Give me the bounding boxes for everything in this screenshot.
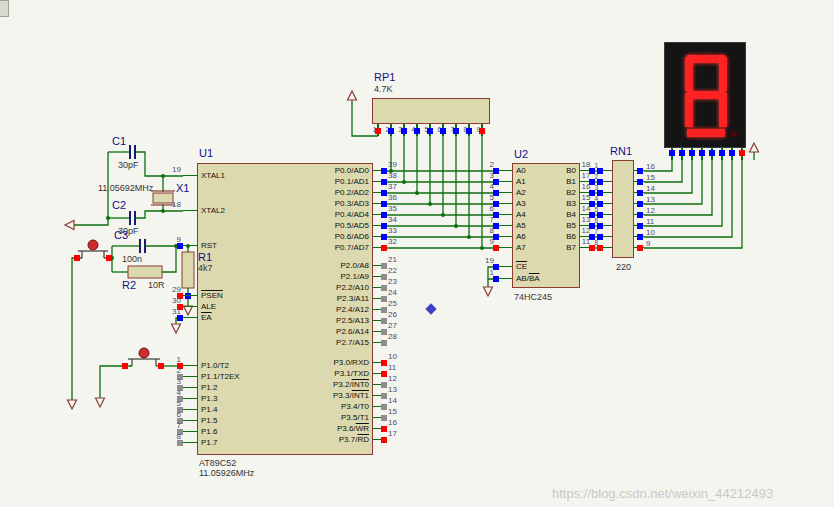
ground-terminal[interactable]: [172, 324, 181, 333]
u1-pin-35-state: [381, 212, 387, 218]
rn1-pin-7-num: 7: [584, 228, 598, 235]
wire[interactable]: [135, 211, 183, 218]
wire[interactable]: [100, 366, 132, 398]
u1-pin-19[interactable]: [183, 175, 197, 176]
u2-pin-8[interactable]: [498, 236, 512, 237]
state-indicator: [106, 255, 112, 261]
u1-pin-6[interactable]: [183, 420, 197, 421]
u1-pin-19-num: 19: [156, 165, 181, 174]
u2-pin-4[interactable]: [498, 192, 512, 193]
rn1-pin-10-state: [637, 234, 643, 240]
screen-edge-artifact: [0, 0, 9, 17]
u1-pin-30[interactable]: [183, 306, 197, 307]
u1-pin-8-label: P1.7: [201, 438, 217, 447]
ground-terminal[interactable]: [68, 400, 77, 409]
push-button-key-cap[interactable]: [139, 348, 149, 358]
ground-terminal[interactable]: [96, 398, 105, 407]
schematic-canvas[interactable]: https://blog.csdn.net/weixin_44212493 U1…: [0, 0, 834, 507]
u1-pin-27-num: 27: [388, 321, 408, 330]
u1-pin-15-num: 15: [388, 407, 408, 416]
u1-pin-5-label: P1.4: [201, 405, 217, 414]
u2-pin-6[interactable]: [498, 214, 512, 215]
u2-pin-9[interactable]: [498, 247, 512, 248]
r2-ref: R2: [122, 280, 136, 291]
x1-ref: X1: [176, 183, 189, 194]
rn1-ref: RN1: [610, 146, 632, 157]
display-segment-dp: [731, 131, 737, 137]
state-indicator: [122, 363, 128, 369]
rn1-pin-13-num: 13: [646, 195, 662, 204]
u1-pin-4[interactable]: [183, 398, 197, 399]
u2-pin-8-num: 8: [468, 226, 494, 235]
rn1-pin-6[interactable]: [602, 225, 612, 226]
u2-pin-13-label: B5: [530, 221, 576, 230]
u1-pin-28-state: [381, 340, 387, 346]
u1-pin-12-num: 12: [388, 374, 408, 383]
u1-pin-1-label: P1.0/T2: [201, 361, 229, 370]
u1-pin-11-state: [381, 371, 387, 377]
junction-dot: [428, 202, 432, 206]
u1-pin-34-label: P0.5/AD5: [250, 221, 369, 230]
u2-ref: U2: [514, 149, 528, 160]
display-pin-5-state: [709, 150, 715, 156]
resistor-r1[interactable]: [182, 252, 194, 288]
u1-pin-18[interactable]: [183, 210, 197, 211]
wire[interactable]: [72, 258, 82, 400]
u1-pin-29[interactable]: [183, 295, 197, 296]
u2-pin-2[interactable]: [498, 170, 512, 171]
rn1-pin-8[interactable]: [602, 247, 612, 248]
ground-terminal[interactable]: [65, 221, 74, 230]
u1-pin-35-num: 35: [388, 204, 408, 213]
rn1-pin-7[interactable]: [602, 236, 612, 237]
u2-pin-1[interactable]: [498, 278, 512, 279]
u1-pin-36-state: [381, 201, 387, 207]
u1-pin-1[interactable]: [183, 365, 197, 366]
u1-pin-8[interactable]: [183, 442, 197, 443]
rn1-pin-1[interactable]: [602, 170, 612, 171]
u1-pin-9[interactable]: [183, 245, 197, 246]
rn1-pin-5[interactable]: [602, 214, 612, 215]
power-terminal[interactable]: [348, 91, 357, 100]
rn1-pin-3[interactable]: [602, 192, 612, 193]
junction-dot: [415, 191, 419, 195]
u1-pin-3[interactable]: [183, 387, 197, 388]
rn1-pin-6-num: 6: [584, 217, 598, 224]
u1-pin-5[interactable]: [183, 409, 197, 410]
display-pin-4-state: [699, 150, 705, 156]
u2-pin-5-label: A3: [516, 199, 526, 208]
rn1-pin-16-num: 16: [646, 162, 662, 171]
u1-pin-7[interactable]: [183, 431, 197, 432]
rn1-pin-13-state: [637, 201, 643, 207]
seven-seg-display[interactable]: [664, 42, 746, 148]
resistor-r2[interactable]: [128, 266, 162, 278]
u2-pin-19[interactable]: [498, 266, 512, 267]
u2-pin-7-num: 7: [468, 215, 494, 224]
power-terminal[interactable]: [750, 143, 759, 152]
u1-pin-21-label: P2.0/A8: [250, 261, 369, 270]
u1-pin-23-num: 23: [388, 277, 408, 286]
u1-pin-34-state: [381, 223, 387, 229]
u1-pin-2[interactable]: [183, 376, 197, 377]
u1-pin-7-label: P1.6: [201, 427, 217, 436]
u2-pin-7[interactable]: [498, 225, 512, 226]
rn1-pin-4[interactable]: [602, 203, 612, 204]
rp1-body[interactable]: [372, 98, 490, 124]
u1-pin-36-label: P0.3/AD3: [250, 199, 369, 208]
u1-pin-25-num: 25: [388, 299, 408, 308]
push-button-reset-cap[interactable]: [88, 240, 98, 250]
u1-pin-31[interactable]: [183, 317, 197, 318]
u2-pin-1-state: [493, 276, 499, 282]
ground-terminal[interactable]: [484, 287, 493, 296]
u2-pin-3[interactable]: [498, 181, 512, 182]
u1-pin-21-num: 21: [388, 255, 408, 264]
u2-pin-5[interactable]: [498, 203, 512, 204]
display-segment-f: [685, 57, 693, 91]
rn1-pin-2[interactable]: [602, 181, 612, 182]
rn1-body[interactable]: [612, 160, 634, 258]
wire[interactable]: [162, 246, 176, 272]
rn1-pin-14-state: [637, 190, 643, 196]
c3-value: 100n: [122, 254, 142, 264]
u1-pin-38-num: 38: [388, 171, 408, 180]
u1-pin-32-num: 32: [388, 237, 408, 246]
u1-pin-15-label: P3.5/T1: [250, 413, 369, 422]
